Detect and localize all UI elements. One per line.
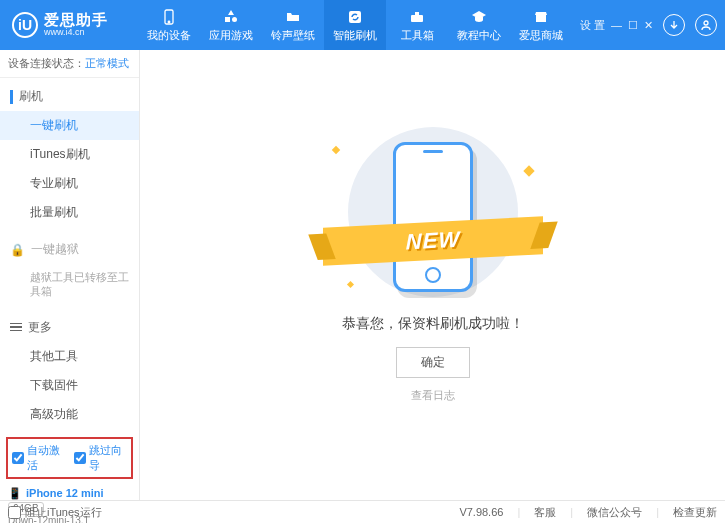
graduation-icon	[470, 8, 488, 26]
sidebar-item-oneclick[interactable]: 一键刷机	[0, 111, 139, 140]
user-icon[interactable]	[695, 14, 717, 36]
nav-tutorials[interactable]: 教程中心	[448, 0, 510, 50]
svg-rect-2	[225, 17, 230, 22]
nav-toolbox[interactable]: 工具箱	[386, 0, 448, 50]
nav-label: 智能刷机	[333, 28, 377, 43]
maximize-button[interactable]: ☐	[628, 19, 638, 32]
view-log-link[interactable]: 查看日志	[411, 388, 455, 403]
connection-status: 设备连接状态：正常模式	[0, 50, 139, 78]
nav-label: 应用游戏	[209, 28, 253, 43]
folder-icon	[284, 8, 302, 26]
nav-label: 我的设备	[147, 28, 191, 43]
refresh-icon	[346, 8, 364, 26]
sidebar-head-label: 更多	[28, 319, 52, 336]
nav-label: 教程中心	[457, 28, 501, 43]
sidebar-head-jailbreak: 🔒 一键越狱	[0, 235, 139, 264]
svg-point-8	[704, 21, 708, 25]
check-skip-guide[interactable]: 跳过向导	[74, 443, 128, 473]
sidebar-head-more[interactable]: 更多	[0, 313, 139, 342]
option-checks: 自动激活 跳过向导	[6, 437, 133, 479]
check-auto-activate[interactable]: 自动激活	[12, 443, 66, 473]
nav-smart-flash[interactable]: 智能刷机	[324, 0, 386, 50]
nav-ringtones[interactable]: 铃声壁纸	[262, 0, 324, 50]
minimize-button[interactable]: —	[611, 19, 622, 31]
check-update-link[interactable]: 检查更新	[673, 505, 717, 520]
lock-icon: 🔒	[10, 243, 25, 257]
svg-rect-7	[536, 15, 546, 22]
sidebar-item-itunes[interactable]: iTunes刷机	[0, 140, 139, 169]
nav-store[interactable]: 爱思商城	[510, 0, 572, 50]
titlebar: iU 爱思助手 www.i4.cn 我的设备 应用游戏 铃声壁纸 智能刷机 工具…	[0, 0, 725, 50]
phone-icon	[160, 8, 178, 26]
apps-icon	[222, 8, 240, 26]
confirm-button[interactable]: 确定	[396, 347, 470, 378]
window-controls: 设 置 — ☐ ✕	[580, 14, 717, 36]
sidebar-item-other[interactable]: 其他工具	[0, 342, 139, 371]
app-title: 爱思助手	[44, 12, 108, 29]
svg-rect-6	[415, 12, 419, 15]
sidebar-item-pro[interactable]: 专业刷机	[0, 169, 139, 198]
toolbox-icon	[408, 8, 426, 26]
support-link[interactable]: 客服	[534, 505, 556, 520]
main-nav: 我的设备 应用游戏 铃声壁纸 智能刷机 工具箱 教程中心 爱思商城	[138, 0, 580, 50]
nav-label: 铃声壁纸	[271, 28, 315, 43]
sidebar: 设备连接状态：正常模式 刷机 一键刷机 iTunes刷机 专业刷机 批量刷机 🔒…	[0, 50, 140, 500]
body: 设备连接状态：正常模式 刷机 一键刷机 iTunes刷机 专业刷机 批量刷机 🔒…	[0, 50, 725, 500]
conn-label: 设备连接状态：	[8, 57, 85, 69]
store-icon	[532, 8, 550, 26]
settings-label[interactable]: 设 置	[580, 18, 605, 33]
menu-icon	[10, 321, 22, 334]
wechat-link[interactable]: 微信公众号	[587, 505, 642, 520]
close-button[interactable]: ✕	[644, 19, 653, 32]
nav-label: 爱思商城	[519, 28, 563, 43]
svg-point-3	[232, 17, 237, 22]
sidebar-item-firmware[interactable]: 下载固件	[0, 371, 139, 400]
checkbox[interactable]	[74, 452, 86, 464]
checkbox[interactable]	[12, 452, 24, 464]
sidebar-head-label: 一键越狱	[31, 241, 79, 258]
nav-label: 工具箱	[401, 28, 434, 43]
success-message: 恭喜您，保资料刷机成功啦！	[342, 315, 524, 333]
nav-apps[interactable]: 应用游戏	[200, 0, 262, 50]
sidebar-item-batch[interactable]: 批量刷机	[0, 198, 139, 227]
bar-icon	[10, 90, 13, 104]
nav-my-device[interactable]: 我的设备	[138, 0, 200, 50]
main-content: NEW 恭喜您，保资料刷机成功啦！ 确定 查看日志	[140, 50, 725, 500]
checkbox[interactable]	[8, 506, 21, 519]
logo-icon: iU	[12, 12, 38, 38]
svg-point-1	[168, 21, 170, 23]
block-itunes-check[interactable]: 阻止iTunes运行	[8, 505, 102, 520]
svg-rect-5	[411, 15, 423, 22]
app-url: www.i4.cn	[44, 28, 108, 38]
sidebar-head-label: 刷机	[19, 88, 43, 105]
conn-mode: 正常模式	[85, 57, 129, 69]
success-illustration: NEW	[323, 127, 543, 297]
phone-icon: 📱	[8, 487, 22, 500]
app-logo: iU 爱思助手 www.i4.cn	[8, 12, 138, 38]
svg-rect-4	[349, 11, 361, 23]
version-label: V7.98.66	[459, 506, 503, 518]
download-icon[interactable]	[663, 14, 685, 36]
sidebar-item-advanced[interactable]: 高级功能	[0, 400, 139, 429]
device-name: 📱 iPhone 12 mini	[8, 487, 131, 500]
jailbreak-note: 越狱工具已转移至工具箱	[0, 264, 139, 305]
phone-graphic	[393, 142, 473, 292]
sidebar-head-flash[interactable]: 刷机	[0, 82, 139, 111]
